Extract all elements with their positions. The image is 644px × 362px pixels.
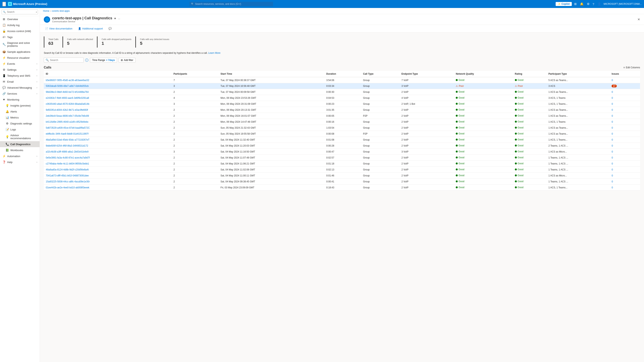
sidebar-item-workbooks[interactable]: 📗 Workbooks [0, 147, 40, 153]
sidebar-item-email[interactable]: ✉ Email › [0, 79, 40, 85]
help-icon-button[interactable]: ? [592, 2, 595, 7]
sidebar-item-alerts[interactable]: 🔔 Alerts [0, 109, 40, 115]
sidebar-search-input[interactable] [2, 10, 38, 14]
table-column-header[interactable]: Rating [513, 71, 546, 77]
cell-start-time: Tue, 07 May 2024 00:09:58 GMT [218, 89, 324, 95]
sidebar-item-settings[interactable]: ⚙ Settings › [0, 67, 40, 73]
sidebar-item-advisor-recommendations[interactable]: 💡 Advisor recommendations [0, 132, 40, 141]
call-id-link[interactable]: c0635440-afad-4570-8284-68ada0a614b [46, 103, 89, 105]
issues-badge: 0 [612, 121, 613, 123]
call-id-link[interactable]: 0e5e3991-fa3a-4c80-87e1-acec4a7a9d7f [46, 156, 90, 159]
sidebar-item-events[interactable]: ⚡ Events › [0, 61, 40, 67]
additional-support-button[interactable]: 👤 Additional support [77, 27, 104, 31]
sidebar-collapse-icon[interactable]: « [36, 11, 37, 13]
sidebar-item-diagnose-and-solve-problems[interactable]: 🔧 Diagnose and solve problems [0, 40, 40, 49]
cell-start-time: Sat, 04 May 2024 11:06:21 GMT [218, 161, 324, 167]
call-id-link[interactable]: 5d873529-a409-45ce-87d4-baa0f9a572C [46, 126, 90, 129]
sidebar-item-automation[interactable]: ⚡ Automation › [0, 153, 40, 159]
call-id-link[interactable]: 01ee442b-ae2e-4ee0-bd10-ab008f3eeek [46, 186, 89, 189]
sidebar-item-tags[interactable]: 🏷 Tags [0, 34, 40, 40]
table-column-header[interactable]: Issues [610, 71, 640, 77]
table-column-header[interactable]: Participant Type [546, 71, 610, 77]
sidebar-item-label: Metrics [10, 116, 37, 119]
table-column-header[interactable]: Endpoint Type [400, 71, 454, 77]
call-id-link[interactable]: c2749aba-4e8e-4c11-b604-9f056c5ebb1 [46, 162, 89, 165]
cell-network-quality: Good [454, 77, 513, 83]
edit-columns-button[interactable]: ≡ Edit Columns [624, 66, 640, 69]
rating-badge: Good [515, 102, 524, 105]
sidebar-item-activity-log[interactable]: 📋 Activity log [0, 22, 40, 28]
cell-network-quality: Good [454, 95, 513, 101]
bell-icon-button[interactable]: 🔔 [579, 2, 584, 7]
view-documentation-button[interactable]: 📄 View documentation [44, 27, 74, 31]
copilot-button[interactable]: ✨ Copilot [556, 2, 572, 6]
sidebar-item-overview[interactable]: ⊞ Overview [0, 16, 40, 22]
topbar-search-input[interactable] [190, 2, 273, 6]
call-id-link[interactable]: 48a8ad0a-8124-4d8b-9d2f-c20d56e8a4t [46, 168, 89, 171]
feedback-button[interactable]: 💬 [107, 27, 113, 31]
sidebar-item-help[interactable]: ❓ Help › [0, 159, 40, 165]
cell-participants: 2 [172, 119, 218, 125]
sidebar-item-sample-applications[interactable]: 📦 Sample applications [0, 49, 40, 55]
cell-participants: 2 [172, 143, 218, 149]
sidebar-item-label: Diagnostic settings [10, 122, 37, 125]
table-column-header[interactable]: Start Time [218, 71, 324, 77]
call-id-link[interactable]: 48a5af9d-01bd-45eb-93dc-a77219267eT [46, 138, 90, 141]
table-row: 5063dea8-5099-48e7-a6b7-0d44b055cb 3 Tue… [44, 83, 640, 89]
cell-call-type: Group [361, 143, 400, 149]
table-column-header[interactable]: Call Type [361, 71, 400, 77]
hamburger-button[interactable]: ☰ [2, 2, 6, 6]
sidebar-item-call-diagnostics[interactable]: 📞 Call Diagnostics [0, 141, 40, 147]
filter-info-icon[interactable]: i [85, 59, 88, 62]
breadcrumb-home[interactable]: Home [43, 10, 49, 12]
filter-search-input[interactable] [50, 59, 82, 62]
call-id-link[interactable]: 9d503f1d-d004-42b2-8b71-e0ac9fe660f [46, 109, 88, 111]
cell-duration: 0:01:08 [324, 137, 361, 143]
settings-icon-button[interactable]: ⚙ [586, 2, 590, 7]
table-column-header[interactable]: Participants [172, 71, 218, 77]
sidebar-chevron-icon: › [36, 155, 37, 157]
call-id-link[interactable]: 9dde606f-6254-4f6f-8fa3-34f49531d172 [46, 144, 88, 147]
call-id-link[interactable]: b4116d9e-2995-4640-a1d9-c9529d4ebc [46, 121, 88, 123]
call-id-link[interactable]: 7041a673-dfff-45b1-b61f-048873091dee [46, 174, 89, 177]
sidebar-item-services[interactable]: 🔗 Services › [0, 91, 40, 97]
sidebar-item-access-control-iam[interactable]: 🔒 Access control (IAM) [0, 28, 40, 34]
page-header-close-button[interactable]: ✕ [638, 18, 640, 21]
sidebar-item-monitoring[interactable]: ▼ Monitoring [0, 97, 40, 103]
sidebar-item-metrics[interactable]: 📊 Metrics [0, 115, 40, 121]
user-icon-button[interactable]: 👤 [597, 2, 602, 7]
table-header: IDParticipantsStart TimeDurationCall Typ… [44, 71, 640, 77]
sidebar-item-telephony-and-sms[interactable]: 📱 Telephony and SMS › [0, 73, 40, 79]
sidebar-item-logs[interactable]: 📝 Logs [0, 126, 40, 132]
cell-id: c2749aba-4e8e-4c11-b604-9f056c5ebb1 [44, 161, 172, 167]
call-id-link[interactable]: 5063dea8-5099-48e7-a6b7-0d44b055cb [46, 85, 89, 87]
call-id-link[interactable]: 98d28bc3-9bbf-4b60-be72-bf14488a764 [46, 91, 89, 93]
sidebar-item-resource-visualizer[interactable]: ⚡ Resource visualizer [0, 55, 40, 61]
sidebar-item-insights-preview[interactable]: 💡 Insights (preview) [0, 103, 40, 109]
sidebar-item-diagnostic-settings[interactable]: ⚙ Diagnostic settings [0, 121, 40, 126]
call-id-link[interactable]: ebffbc8c-34f4-4ae8-8dd8-01d41511997f [46, 132, 88, 135]
cell-call-type: Group [361, 173, 400, 179]
table-column-header[interactable]: Network Quality [454, 71, 513, 77]
call-id-link[interactable]: e24363c7-fbbf-4693-aac6-3d6f9c0291a8 [46, 97, 89, 99]
call-id-link[interactable]: a32c4b38-a3ff-4886-a8a1-2b63c61b4e9 [46, 150, 88, 153]
portal-icon-button[interactable]: ⊞ [573, 2, 578, 7]
table-column-header[interactable]: Duration [324, 71, 361, 77]
page-header-star-icon[interactable]: ★ [114, 17, 116, 20]
sidebar: 🔍 « ⊞ Overview 📋 Activity log 🔒 Access c… [0, 8, 40, 362]
cell-participants: 2 [172, 155, 218, 161]
time-range-button[interactable]: Time Range < 7days [90, 58, 117, 63]
sidebar-item-advanced-messaging[interactable]: 💬 Advanced Messaging › [0, 85, 40, 91]
breadcrumb-resource[interactable]: corertc-test-apps [52, 10, 70, 12]
cell-network-quality: Good [454, 101, 513, 107]
page-header-ellipsis-button[interactable]: ... [118, 17, 120, 20]
add-filter-button[interactable]: ⊞ Add filter [118, 58, 135, 63]
learn-more-link[interactable]: Learn More [208, 52, 220, 54]
main-layout: 🔍 « ⊞ Overview 📋 Activity log 🔒 Access c… [0, 8, 644, 362]
table-column-header[interactable]: ID [44, 71, 172, 77]
cell-start-time: Mon, 06 May 2024 20:13:31 GMT [218, 107, 324, 113]
call-id-link[interactable]: 15a93225-5008-44cc-a8fc-4aca58e1e30r [46, 180, 90, 183]
call-id-link[interactable]: b5e96007-5f05-45d0-ac36-a63aee6ac02 [46, 79, 89, 82]
rating-badge: Good [515, 108, 524, 111]
call-id-link[interactable]: 2eb3fdc8-5eaa-4806-b9c7-05c8e7b6c89 [46, 115, 89, 117]
